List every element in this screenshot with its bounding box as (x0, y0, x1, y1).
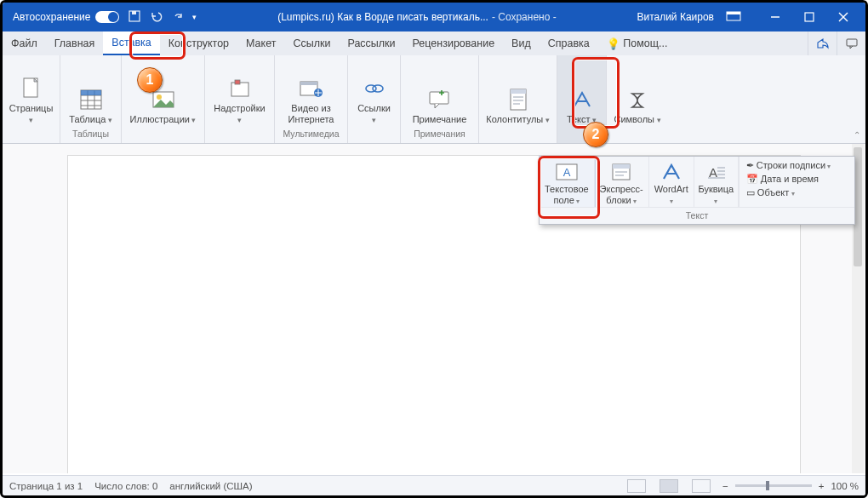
tab-review[interactable]: Рецензирование (404, 31, 504, 55)
comments-button[interactable] (837, 31, 865, 55)
object-label: Объект (757, 187, 795, 197)
view-read-mode-icon[interactable] (627, 479, 646, 493)
tab-help[interactable]: Справка (540, 31, 598, 55)
maximize-button[interactable] (792, 3, 826, 31)
object-icon: ▭ (746, 187, 755, 197)
svg-rect-30 (511, 89, 526, 94)
svg-point-25 (373, 85, 383, 92)
autosave-label: Автосохранение (13, 11, 90, 23)
zoom-level[interactable]: 100 % (831, 481, 859, 491)
signature-icon: ✒ (746, 160, 754, 170)
comment-button[interactable]: Примечание (408, 83, 472, 127)
zoom-out-button[interactable]: − (722, 481, 728, 491)
svg-rect-1 (132, 11, 136, 14)
svg-rect-3 (727, 12, 740, 14)
sigline-label: Строки подписи (757, 160, 831, 170)
wordart-button[interactable]: WordArt (649, 157, 694, 207)
redo-icon[interactable] (172, 10, 184, 25)
collapse-ribbon-icon[interactable]: ⌃ (854, 130, 860, 140)
symbols-label: Символы (614, 114, 660, 125)
save-icon[interactable] (128, 9, 141, 26)
minimize-button[interactable] (758, 3, 792, 31)
text-button[interactable]: Текст (562, 83, 602, 127)
toggle-switch-icon[interactable] (95, 11, 119, 23)
table-label: Таблица (69, 114, 112, 125)
textbox-label: Текстовое поле (545, 184, 589, 205)
ribbon-display-icon[interactable] (726, 11, 741, 24)
pages-label: Страницы (9, 103, 54, 125)
quickparts-label: Экспресс-блоки (600, 184, 643, 205)
ribbon-tabs: Файл Главная Вставка Конструктор Макет С… (3, 31, 865, 55)
date-time-button[interactable]: 📅 Дата и время (746, 174, 851, 185)
calendar-icon: 📅 (746, 174, 758, 184)
online-video-button[interactable]: Видео из Интернета (277, 72, 345, 127)
datetime-label: Дата и время (761, 174, 819, 184)
tab-mailings[interactable]: Рассылки (339, 31, 403, 55)
view-print-layout-icon[interactable] (660, 479, 678, 493)
object-button[interactable]: ▭ Объект (746, 187, 851, 198)
svg-rect-26 (430, 92, 448, 104)
tab-file[interactable]: Файл (3, 31, 46, 55)
quickparts-button[interactable]: Экспресс-блоки (595, 157, 649, 207)
search-label: Помощ... (623, 37, 667, 49)
svg-rect-5 (805, 13, 814, 21)
tab-home[interactable]: Главная (46, 31, 104, 55)
group-multimedia-label: Мультимедиа (283, 127, 340, 141)
svg-text:A: A (709, 165, 717, 180)
svg-rect-8 (847, 39, 857, 46)
svg-text:A: A (562, 166, 570, 179)
pages-button[interactable]: Страницы (4, 72, 59, 127)
view-web-layout-icon[interactable] (692, 479, 711, 493)
header-footer-label: Колонтитулы (486, 114, 549, 125)
comment-label: Примечание (413, 114, 467, 125)
video-label: Видео из Интернета (282, 103, 340, 125)
textbox-button[interactable]: A Текстовое поле (540, 157, 595, 207)
tab-layout[interactable]: Макет (237, 31, 284, 55)
addins-button[interactable]: Надстройки (207, 72, 272, 127)
svg-rect-22 (300, 82, 317, 85)
header-footer-button[interactable]: Колонтитулы (481, 83, 554, 127)
signature-line-button[interactable]: ✒ Строки подписи (746, 160, 851, 171)
links-label: Ссылки (355, 103, 393, 125)
text-label: Текст (567, 114, 597, 125)
status-page[interactable]: Страница 1 из 1 (9, 481, 83, 491)
lightbulb-icon: 💡 (607, 37, 620, 50)
addins-label: Надстройки (212, 103, 267, 125)
dropcap-label: Буквица (698, 184, 734, 205)
undo-icon[interactable] (150, 9, 163, 26)
tab-references[interactable]: Ссылки (284, 31, 339, 55)
links-button[interactable]: Ссылки (350, 72, 398, 127)
svg-rect-37 (613, 164, 630, 169)
group-tables-label: Таблицы (72, 127, 109, 141)
svg-rect-16 (81, 90, 101, 95)
illustrations-button[interactable]: Иллюстрации (125, 83, 202, 127)
status-word-count[interactable]: Число слов: 0 (94, 481, 157, 491)
zoom-in-button[interactable]: + (819, 481, 825, 491)
autosave-toggle[interactable]: Автосохранение (13, 11, 119, 23)
tab-insert[interactable]: Вставка (103, 31, 159, 55)
close-button[interactable] (826, 3, 860, 31)
title-bar: Автосохранение ▾ (Lumpics.ru) Как в Ворд… (3, 3, 865, 31)
tab-design[interactable]: Конструктор (160, 31, 237, 55)
search-help[interactable]: 💡 Помощ... (598, 31, 677, 55)
svg-rect-20 (235, 80, 240, 84)
svg-rect-19 (231, 83, 248, 96)
document-name: (Lumpics.ru) Как в Ворде писать вертикал… (277, 11, 488, 23)
share-button[interactable] (808, 31, 837, 55)
symbols-button[interactable]: Символы (608, 83, 665, 127)
group-comments-label: Примечания (414, 127, 465, 141)
status-language[interactable]: английский (США) (169, 481, 252, 491)
quick-access-toolbar: ▾ (128, 9, 197, 26)
saved-indicator: - Сохранено - (492, 11, 557, 23)
illustrations-label: Иллюстрации (130, 114, 197, 125)
zoom-slider[interactable] (735, 484, 812, 487)
popup-group-label: Текст (540, 207, 854, 224)
status-bar: Страница 1 из 1 Число слов: 0 английский… (3, 475, 865, 495)
table-button[interactable]: Таблица (64, 83, 117, 127)
document-title: (Lumpics.ru) Как в Ворде писать вертикал… (197, 11, 637, 23)
dropcap-button[interactable]: A Буквица (694, 157, 739, 207)
svg-point-18 (157, 94, 162, 100)
wordart-label: WordArt (654, 184, 688, 205)
tab-view[interactable]: Вид (503, 31, 540, 55)
user-name[interactable]: Виталий Каиров (637, 11, 714, 23)
